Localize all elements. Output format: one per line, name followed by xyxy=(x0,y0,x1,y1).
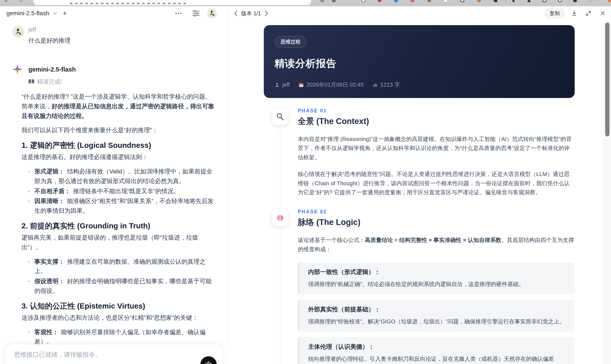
dimension-card: 内部一致性（形式逻辑）： 强调推理的“机械正确”。结论必须在给定的规则系统内逻辑… xyxy=(298,262,575,294)
extension-icon[interactable] xyxy=(494,0,497,2)
list-item: 不自相矛盾：推理链条中不能出现“既是又非”的情况。 xyxy=(27,186,216,196)
assistant-header: gemini-2.5-flash xyxy=(13,65,216,74)
next-version-icon[interactable] xyxy=(265,11,269,16)
chat-messages[interactable]: jeff 什么是好的推理 gemini-2.5-flash 精读完成! “什么是… xyxy=(0,20,228,364)
section-desc: 逻辑再完美，如果前提是错误的，推理也是垃圾（即“垃圾进，垃圾出”）。 xyxy=(22,233,216,252)
dimension-card: 外部真实性（前提基础）： 强调推理的“经验校准”。解决“GIGO（垃圾进，垃圾出… xyxy=(298,300,575,332)
person-icon xyxy=(275,82,280,88)
copy-button[interactable]: 复制 xyxy=(544,8,565,19)
tune-settings-icon[interactable] xyxy=(192,10,200,16)
prompt-input[interactable] xyxy=(14,351,194,358)
phase-title: 全景 (The Context) xyxy=(298,116,575,127)
chat-header: gemini-2.5-flash + xyxy=(0,6,228,20)
extension-icon[interactable] xyxy=(320,0,324,2)
report-content[interactable]: 思维过程 精读分析报告 jeff 2026年01月08日 02:45 1213 … xyxy=(229,20,603,364)
phase-section-2: PHASE 02 脉络 (The Logic) 该论述基于一个核心公式：高质量结… xyxy=(264,209,575,364)
user-avatar[interactable] xyxy=(207,8,217,18)
extension-icon[interactable] xyxy=(411,0,414,2)
chat-pane: gemini-2.5-flash + xyxy=(0,6,229,364)
voice-input-button[interactable] xyxy=(200,356,217,364)
profile-icon[interactable] xyxy=(589,0,593,2)
app-window: gemini-2.5-flash + xyxy=(0,6,611,364)
extension-icon[interactable] xyxy=(332,0,336,2)
bullet-list: 事实支撑：推理建立在可靠的数据、准确的观测或公认的真理之上。 假设透明：好的推理… xyxy=(22,257,216,296)
download-icon[interactable] xyxy=(569,9,579,18)
assistant-message: gemini-2.5-flash 精读完成! “什么是好的推理? ”这是一个涉及… xyxy=(13,65,216,364)
assistant-name: gemini-2.5-flash xyxy=(28,66,76,73)
assistant-body: “什么是好的推理? ”这是一个涉及逻辑学、认知科学和哲学核心的问题。简单来说，好… xyxy=(22,92,216,364)
list-item: 客观性：能够识别并尽量排除个人偏见（如幸存者偏差、确认偏差）。 xyxy=(27,327,216,347)
bar-chart-icon xyxy=(372,82,378,88)
soccer-player-icon xyxy=(15,28,22,36)
section-title: 1. 逻辑的严密性 (Logical Soundness) xyxy=(22,141,216,150)
list-item: 事实支撑：推理建立在可靠的数据、准确的观测或公认的真理之上。 xyxy=(27,257,216,276)
address-bar[interactable] xyxy=(33,0,311,5)
word-count-meta: 1213 字 xyxy=(372,81,400,89)
extension-icon[interactable] xyxy=(444,0,447,2)
section-title: 2. 前提的真实性 (Grounding in Truth) xyxy=(22,221,216,230)
more-options-icon[interactable] xyxy=(175,13,182,14)
extension-icon[interactable] xyxy=(461,0,464,2)
phase-label: PHASE 02 xyxy=(298,209,575,215)
phase-label: PHASE 01 xyxy=(298,108,575,114)
extension-icon[interactable] xyxy=(608,0,611,2)
phase-section-1: PHASE 01 全景 (The Context) 本内容是对“推理 (Reas… xyxy=(264,108,575,197)
extension-icon[interactable] xyxy=(573,0,577,2)
chevron-down-icon[interactable] xyxy=(53,11,58,16)
phase-rail xyxy=(264,108,298,197)
extension-icon[interactable] xyxy=(427,0,431,2)
previous-version-icon[interactable] xyxy=(233,11,238,16)
phase-paragraph: 核心情境在于解决“思考的随意性”问题。不论是人类通过批判性思维进行决策，还是大语… xyxy=(298,169,575,197)
scrollbar-track xyxy=(603,20,611,364)
extension-icon[interactable] xyxy=(378,0,381,2)
author-meta: jeff xyxy=(275,81,290,88)
section-desc: 这涉及推理者的心态和方法论，也是区分“杠精”和“思想家”的关键： xyxy=(22,313,216,323)
close-icon[interactable] xyxy=(598,9,608,18)
extension-icon[interactable] xyxy=(477,0,481,2)
message-composer[interactable] xyxy=(5,344,223,364)
extension-icon[interactable] xyxy=(543,0,546,2)
calendar-icon xyxy=(299,82,304,88)
scrollbar-thumb[interactable] xyxy=(605,23,610,136)
model-selector[interactable]: gemini-2.5-flash xyxy=(6,10,49,17)
reload-icon[interactable] xyxy=(4,0,8,2)
report-header: 版本 1/1 复制 xyxy=(229,6,611,20)
user-message: jeff 什么是好的推理 xyxy=(13,26,216,45)
list-item: 因果清晰：能准确区分“相关性”和“因果关系”，不会轻率地将先后发生的事情归为因果… xyxy=(27,196,216,216)
section-desc: 这是推理的基石。好的推理必须遵循逻辑法则： xyxy=(22,152,216,162)
extension-icon[interactable] xyxy=(558,0,562,2)
user-avatar xyxy=(13,26,24,38)
toolbar-divider xyxy=(506,0,506,3)
dimension-card: 主体伦理（认识美德）： 转向推理者的心理特征。引入奥卡姆剃刀和反向论证，旨在克服… xyxy=(298,337,575,364)
extension-icon[interactable] xyxy=(394,0,398,2)
gemini-logo-icon xyxy=(13,65,22,74)
brain-icon xyxy=(272,209,289,226)
new-chat-button[interactable]: + xyxy=(63,10,67,16)
fullscreen-icon[interactable] xyxy=(584,9,593,18)
message-text: 什么是好的推理 xyxy=(28,37,70,45)
report-meta: jeff 2026年01月08日 02:45 1213 字 xyxy=(275,81,563,89)
list-item: 形式逻辑：结构必须有效（Valid）。比如演绎推理中，如果前提全部为真，那么通过… xyxy=(27,167,216,186)
phase-rail xyxy=(264,209,298,364)
apps-grid-icon[interactable] xyxy=(19,0,23,2)
phase-paragraph: 该论述基于一个核心公式：高质量结论 = 结构完整性 × 事实准确性 × 认知自律… xyxy=(298,235,575,254)
report-hero-card: 思维过程 精读分析报告 jeff 2026年01月08日 02:45 1213 … xyxy=(264,25,575,98)
dimension-cards: 内部一致性（形式逻辑）： 强调推理的“机械正确”。结论必须在给定的规则系统内逻辑… xyxy=(298,262,575,364)
magnifier-icon xyxy=(272,108,289,125)
version-switcher: 版本 1/1 xyxy=(233,10,269,17)
extension-icon[interactable] xyxy=(362,0,365,2)
section-title: 3. 认知的公正性 (Epistemic Virtues) xyxy=(22,301,216,311)
sender-name: jeff xyxy=(28,26,70,33)
soccer-player-icon xyxy=(209,10,215,16)
hero-badge: 思维过程 xyxy=(275,36,306,48)
assistant-status: 精读完成! xyxy=(28,78,216,86)
report-pane: 版本 1/1 复制 思维过程 精读分析报告 xyxy=(229,6,611,364)
report-title: 精读分析报告 xyxy=(275,57,563,70)
phase-title: 脉络 (The Logic) xyxy=(298,217,575,228)
version-label: 版本 1/1 xyxy=(241,10,261,17)
extension-icon[interactable] xyxy=(527,0,531,2)
open-book-icon xyxy=(28,79,34,84)
list-item: 假设透明：好的推理会明确指明哪些是已知事实，哪些是基于可能的假设。 xyxy=(27,276,216,296)
extension-icon[interactable] xyxy=(513,0,516,2)
address-text-cropped xyxy=(70,3,186,4)
